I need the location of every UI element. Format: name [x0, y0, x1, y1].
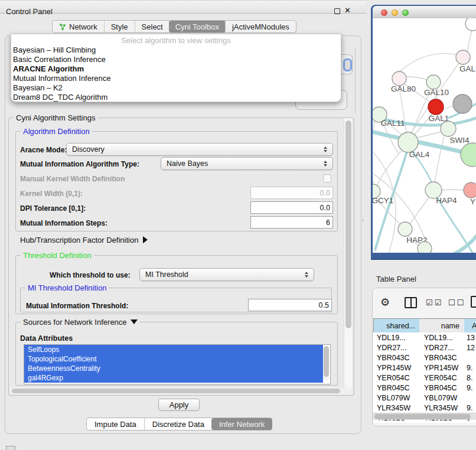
table-row[interactable]: YBR043CYBR043C	[373, 353, 476, 363]
apply-button[interactable]: Apply	[158, 399, 200, 411]
network-node[interactable]	[398, 222, 412, 236]
splitter-collapse-icon[interactable]: ‹	[362, 217, 364, 223]
table-cell: YBR045C	[419, 384, 464, 392]
sources-title: Sources for Network Inference	[21, 318, 140, 327]
algorithm-option[interactable]: Mutual Information Inference	[11, 74, 341, 83]
tab-style[interactable]: Style	[104, 21, 135, 32]
data-attribute-item[interactable]: SelfLoops	[24, 345, 323, 354]
network-window: GALGAL80GAL10GAL1GAL11SWI4GAL4GCY1HAP4YH…	[371, 5, 476, 260]
network-node-label: SWI4	[449, 136, 469, 145]
algorithm-option[interactable]: Dream8 DC_TDC Algorithm	[11, 93, 341, 102]
network-edge[interactable]	[443, 106, 454, 110]
algorithm-option[interactable]: Basic Correlation Inference	[11, 55, 341, 64]
table-cell: YBL079W	[419, 394, 464, 402]
hub-definition-label: Hub/Transcription Factor Definition	[20, 236, 138, 244]
tab-discretize-data[interactable]: Discretize Data	[144, 418, 212, 430]
network-edge[interactable]	[406, 77, 426, 80]
network-node[interactable]	[461, 143, 476, 167]
dpi-tolerance-input[interactable]	[250, 201, 333, 214]
manual-kernel-width-checkbox[interactable]	[323, 174, 331, 182]
column-layout-icon[interactable]	[405, 297, 417, 308]
algorithm-option[interactable]: Bayesian – K2	[11, 83, 341, 93]
table-cell: YLR345W	[419, 404, 464, 412]
tab-network[interactable]: Network	[53, 21, 104, 32]
network-node[interactable]	[418, 242, 432, 253]
mi-threshold-label: Mutual Information Threshold:	[26, 302, 128, 310]
hub-definition-expander[interactable]: Hub/Transcription Factor Definition	[20, 236, 148, 244]
data-attributes-list[interactable]: SelfLoopsTopologicalCoefficientBetweenne…	[24, 344, 331, 384]
kernel-width-input[interactable]	[250, 187, 333, 199]
aracne-mode-select[interactable]: Discovery	[66, 143, 333, 156]
table-cell: 8.	[464, 374, 476, 382]
network-canvas[interactable]: GALGAL80GAL10GAL1GAL11SWI4GAL4GCY1HAP4YH…	[373, 18, 476, 253]
network-edge[interactable]	[435, 136, 444, 182]
column-header-name[interactable]: name	[419, 318, 465, 334]
table-row[interactable]: YBL079WYBL079W	[373, 393, 476, 403]
tab-select[interactable]: Select	[135, 21, 169, 32]
table-row[interactable]: YLR345WYLR345W9.	[373, 403, 476, 413]
threshold-definition-title: Threshold Definition	[21, 251, 94, 260]
minimize-traffic-light-icon[interactable]	[392, 9, 398, 16]
settings-vertical-scrollbar-thumb[interactable]	[345, 120, 351, 328]
network-edge[interactable]	[410, 197, 429, 224]
mi-algorithm-type-select[interactable]: Naive Bayes	[161, 157, 333, 170]
stepper-icon	[321, 146, 330, 152]
float-window-icon[interactable]	[334, 8, 340, 14]
network-node[interactable]	[464, 182, 476, 198]
table-cell: YBR045C	[373, 384, 419, 392]
network-node[interactable]	[465, 18, 476, 31]
kernel-width-label: Kernel Width (0,1):	[20, 190, 83, 198]
network-node[interactable]	[426, 75, 441, 89]
mi-threshold-input[interactable]	[248, 299, 332, 311]
column-header-shared-name[interactable]: shared...	[373, 318, 420, 334]
network-node[interactable]	[428, 99, 444, 115]
document-icon[interactable]	[471, 296, 476, 308]
network-edge[interactable]	[442, 190, 464, 190]
tab-infer-network[interactable]: Infer Network	[211, 418, 272, 430]
table-row[interactable]: YER054CYER054C8.	[373, 373, 476, 383]
data-attribute-item[interactable]: TopologicalCoefficient	[24, 354, 323, 364]
tab-impute-data[interactable]: Impute Data	[87, 418, 144, 430]
network-node[interactable]	[398, 132, 418, 152]
table-cell: 9.	[464, 364, 476, 372]
list-scrollbar[interactable]	[324, 346, 329, 380]
network-edge[interactable]	[467, 30, 472, 51]
network-node[interactable]	[456, 50, 470, 64]
network-window-titlebar[interactable]	[373, 6, 476, 19]
table-row[interactable]: YPR145WYPR145W9.	[373, 363, 476, 373]
table-row[interactable]: YDR27...YDR27...12	[373, 343, 476, 353]
network-node[interactable]	[453, 94, 472, 113]
groupbox-edge-fragment	[355, 47, 356, 113]
column-header-a[interactable]: A	[464, 318, 476, 334]
gear-icon[interactable]: ⚙	[380, 296, 390, 309]
bottom-corner-button[interactable]	[6, 446, 15, 450]
table-horizontal-scrollbar-thumb[interactable]	[374, 414, 471, 419]
close-traffic-light-icon[interactable]	[381, 9, 387, 16]
algorithm-dropdown-prompt: Select algorithm to view settings	[11, 36, 341, 45]
network-node[interactable]	[392, 71, 406, 86]
network-node[interactable]	[441, 121, 456, 136]
mi-steps-input[interactable]	[250, 216, 333, 229]
table-row[interactable]: YBR045CYBR045C9.	[373, 383, 476, 393]
algorithm-option[interactable]: ARACNE Algorithm	[11, 64, 341, 74]
settings-horizontal-scrollbar-thumb[interactable]	[12, 389, 340, 393]
select-all-checkboxes-icon[interactable]: ☑☑	[426, 298, 443, 307]
network-edge[interactable]	[377, 149, 403, 186]
table-row[interactable]: YDL19...YDL19...13	[373, 332, 476, 343]
deselect-all-checkboxes-icon[interactable]: ☐☐	[448, 298, 465, 307]
table-rows[interactable]: YDL19...YDL19...13YDR27...YDR27...12YBR0…	[373, 332, 476, 423]
data-attribute-item[interactable]: gal4RGexp	[24, 373, 323, 383]
tab-jactivemnodules[interactable]: jActiveMNodules	[225, 21, 296, 32]
network-edge[interactable]	[399, 86, 408, 140]
algorithm-option[interactable]: Bayesian – Hill Climbing	[11, 45, 341, 55]
network-edge[interactable]	[400, 54, 458, 71]
table-cell: YER054C	[419, 374, 464, 382]
tab-discretize-data-label: Discretize Data	[152, 420, 204, 429]
zoom-traffic-light-icon[interactable]	[402, 9, 409, 16]
table-cell: 9.	[464, 384, 476, 392]
network-edge[interactable]	[453, 235, 476, 253]
close-icon[interactable]: ✕	[344, 6, 351, 15]
data-attribute-item[interactable]: BetweennessCentrality	[24, 364, 323, 373]
which-threshold-select[interactable]: MI Threshold	[139, 268, 314, 281]
tab-cyni-toolbox[interactable]: Cyni Toolbox	[169, 21, 226, 32]
